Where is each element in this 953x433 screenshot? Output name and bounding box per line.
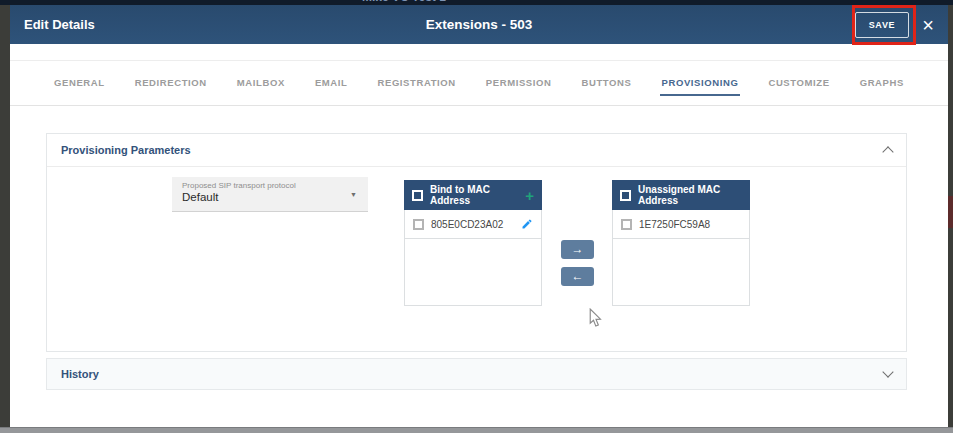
tab-general[interactable]: GENERAL [52,71,107,96]
tab-redirection[interactable]: REDIRECTION [133,71,209,96]
chevron-up-icon[interactable] [882,146,893,157]
table-row[interactable]: 805E0CD23A02 [404,210,542,239]
modal-title: Edit Details [24,17,95,32]
chevron-down-icon: ▼ [350,191,357,198]
bind-mac-table-header: Bind to MAC Address + [404,180,542,210]
bind-mac-table-title: Bind to MAC Address [430,184,518,206]
move-right-button[interactable]: → [561,240,594,259]
mac-address-value: 1E7250FC59A8 [639,219,710,230]
provisioning-parameters-body: Proposed SIP transport protocol Default … [47,167,906,351]
modal-header: Edit Details Extensions - 503 SAVE × [10,5,948,44]
unassigned-mac-table: Unassigned MAC Address 1E7250FC59A8 [612,180,750,306]
provisioning-parameters-title: Provisioning Parameters [61,144,191,156]
sip-transport-dropdown-label: Proposed SIP transport protocol [182,181,358,190]
tab-email[interactable]: EMAIL [313,71,350,96]
row-checkbox[interactable] [621,219,632,230]
chevron-down-icon[interactable] [882,366,893,377]
tab-permission[interactable]: PERMISSION [484,71,554,96]
table-row[interactable]: 1E7250FC59A8 [612,210,750,239]
unassigned-mac-table-header: Unassigned MAC Address [612,180,750,210]
edit-details-modal: Edit Details Extensions - 503 SAVE × GEN… [10,5,948,427]
edit-pencil-icon[interactable] [521,218,533,230]
tab-strip: GENERAL REDIRECTION MAILBOX EMAIL REGIST… [10,60,948,106]
tab-provisioning[interactable]: PROVISIONING [660,71,741,96]
move-left-button[interactable]: ← [561,267,594,286]
unassigned-mac-table-empty-area [612,239,750,306]
tab-registration[interactable]: REGISTRATION [375,71,457,96]
provisioning-parameters-header[interactable]: Provisioning Parameters [47,134,906,167]
tab-mailbox[interactable]: MAILBOX [235,71,287,96]
unassigned-mac-table-title: Unassigned MAC Address [638,184,742,206]
history-title: History [61,368,99,380]
modal-subtitle: Extensions - 503 [10,17,948,32]
mac-address-value: 805E0CD23A02 [431,219,503,230]
bind-mac-table: Bind to MAC Address + 805E0CD23A02 [404,180,542,306]
add-mac-icon[interactable]: + [525,188,534,203]
select-all-checkbox[interactable] [412,190,423,201]
provisioning-parameters-panel: Provisioning Parameters Proposed SIP tra… [46,133,907,352]
bind-mac-table-empty-area [404,239,542,306]
background-page-title: Mike VC Test 1 [362,0,446,4]
select-all-checkbox[interactable] [620,190,631,201]
tab-customize[interactable]: CUSTOMIZE [766,71,831,96]
history-panel[interactable]: History [46,358,907,390]
background-page-bottombar [0,427,953,433]
tab-buttons[interactable]: BUTTONS [580,71,634,96]
header-actions: SAVE × [855,12,934,38]
close-icon[interactable]: × [922,15,934,35]
sip-transport-dropdown-value: Default [182,191,358,203]
screen: Mike VC Test 1 Edit Details Extensions -… [0,0,953,433]
row-checkbox[interactable] [413,219,424,230]
save-button[interactable]: SAVE [855,12,910,38]
sip-transport-dropdown[interactable]: Proposed SIP transport protocol Default … [172,177,368,212]
tab-graphs[interactable]: GRAPHS [858,71,906,96]
